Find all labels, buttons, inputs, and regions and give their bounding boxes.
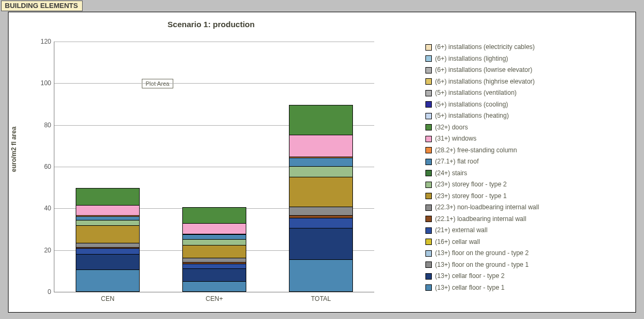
x-category-label: CEN bbox=[101, 295, 114, 302]
y-tick-label: 100 bbox=[41, 79, 51, 87]
legend-item[interactable]: (6+) installations (lowrise elevator) bbox=[425, 64, 628, 76]
bar-segment[interactable] bbox=[183, 268, 246, 281]
bar-segment[interactable] bbox=[183, 258, 246, 262]
bar-segment[interactable] bbox=[289, 166, 352, 176]
legend-swatch bbox=[425, 193, 432, 199]
legend-item[interactable]: (6+) installations (lighting) bbox=[425, 53, 628, 65]
legend-swatch bbox=[425, 124, 432, 130]
legend-item[interactable]: (5+) installations (cooling) bbox=[425, 99, 628, 111]
bar-segment[interactable] bbox=[289, 177, 352, 207]
bar-segment[interactable] bbox=[289, 105, 352, 135]
legend-item[interactable]: (13+) cellar floor - type 2 bbox=[425, 271, 628, 282]
bar-segment[interactable] bbox=[76, 216, 139, 220]
legend-item[interactable]: (23+) storey floor - type 1 bbox=[425, 191, 628, 202]
legend-label: (24+) stairs bbox=[435, 168, 467, 179]
legend-label: (23+) storey floor - type 2 bbox=[435, 179, 506, 191]
bar-segment[interactable] bbox=[76, 189, 139, 205]
bar-segment[interactable] bbox=[183, 264, 246, 269]
bar-segment[interactable] bbox=[76, 225, 139, 243]
legend-item[interactable]: (28.2+) free-standing column bbox=[425, 145, 628, 157]
legend-swatch bbox=[425, 101, 432, 108]
legend-swatch bbox=[425, 113, 432, 119]
legend-swatch bbox=[425, 250, 432, 257]
legend-swatch bbox=[425, 78, 432, 85]
legend-label: (22.1+) loadbearing internal wall bbox=[435, 214, 526, 225]
gridline bbox=[54, 83, 374, 84]
y-tick-label: 40 bbox=[44, 205, 51, 212]
chart-title: Scenario 1: production bbox=[9, 20, 414, 29]
legend-item[interactable]: (21+) external wall bbox=[425, 225, 628, 236]
legend-label: (22.3+) non-loadbearing internal wall bbox=[435, 202, 539, 214]
legend-label: (16+) cellar wall bbox=[435, 236, 480, 248]
legend-item[interactable]: (24+) stairs bbox=[425, 168, 628, 179]
chart-container: Scenario 1: production euro/m2 fl area P… bbox=[8, 12, 636, 313]
legend-label: (6+) installations (electricity cables) bbox=[435, 42, 535, 53]
legend-item[interactable]: (13+) cellar floor - type 1 bbox=[425, 282, 628, 294]
legend-item[interactable]: (5+) installations (ventilation) bbox=[425, 87, 628, 99]
legend-item[interactable]: (23+) storey floor - type 2 bbox=[425, 179, 628, 191]
legend-label: (5+) installations (heating) bbox=[435, 110, 509, 122]
legend-swatch bbox=[425, 273, 432, 280]
legend-label: (13+) cellar floor - type 1 bbox=[435, 282, 504, 294]
bar-segment[interactable] bbox=[183, 239, 246, 245]
legend-item[interactable]: (22.3+) non-loadbearing internal wall bbox=[425, 202, 628, 214]
legend-swatch bbox=[425, 170, 432, 176]
legend-item[interactable]: (13+) floor on the ground - type 1 bbox=[425, 259, 628, 271]
legend-swatch bbox=[425, 205, 432, 211]
legend-item[interactable]: (31+) windows bbox=[425, 133, 628, 145]
bar-segment[interactable] bbox=[76, 220, 139, 225]
bar-segment[interactable] bbox=[183, 281, 246, 291]
legend-swatch bbox=[425, 216, 432, 222]
x-category-label: TOTAL bbox=[311, 295, 331, 302]
bar-segment[interactable] bbox=[289, 228, 352, 259]
tab-label: BUILDING ELEMENTS bbox=[5, 2, 78, 10]
legend-item[interactable]: (13+) floor on the ground - type 2 bbox=[425, 248, 628, 259]
bar-segment[interactable] bbox=[183, 223, 246, 233]
legend-swatch bbox=[425, 55, 432, 62]
legend-swatch bbox=[425, 136, 432, 142]
bar-segment[interactable] bbox=[76, 243, 139, 247]
legend-item[interactable]: (16+) cellar wall bbox=[425, 236, 628, 248]
legend-label: (21+) external wall bbox=[435, 225, 487, 236]
legend-swatch bbox=[425, 182, 432, 188]
legend-label: (13+) cellar floor - type 2 bbox=[435, 271, 504, 282]
legend-swatch bbox=[425, 261, 432, 268]
legend-item[interactable]: (6+) installations (electricity cables) bbox=[425, 42, 628, 53]
bar-segment[interactable] bbox=[183, 234, 246, 239]
legend-swatch bbox=[425, 284, 432, 291]
stacked-bar[interactable] bbox=[289, 105, 353, 292]
bar-segment[interactable] bbox=[76, 248, 139, 255]
legend-item[interactable]: (32+) doors bbox=[425, 122, 628, 134]
legend-label: (23+) storey floor - type 1 bbox=[435, 191, 506, 202]
bar-segment[interactable] bbox=[76, 269, 139, 291]
bar-segment[interactable] bbox=[76, 254, 139, 269]
legend-swatch bbox=[425, 147, 432, 153]
stacked-bar[interactable] bbox=[76, 188, 140, 292]
legend-swatch bbox=[425, 67, 432, 73]
legend-item[interactable]: (5+) installations (heating) bbox=[425, 110, 628, 122]
stacked-bar[interactable] bbox=[182, 207, 246, 292]
y-axis-label: euro/m2 fl area bbox=[10, 127, 18, 172]
gridline bbox=[54, 42, 374, 42]
plot-area[interactable]: 020406080100120CENCEN+TOTAL bbox=[54, 42, 374, 292]
bar-segment[interactable] bbox=[289, 135, 352, 157]
bar-segment[interactable] bbox=[289, 259, 352, 291]
y-tick-label: 120 bbox=[41, 38, 51, 45]
legend-label: (6+) installations (lowrise elevator) bbox=[435, 64, 532, 76]
y-tick-label: 60 bbox=[44, 163, 51, 170]
bar-segment[interactable] bbox=[289, 218, 352, 228]
legend-label: (13+) floor on the ground - type 1 bbox=[435, 259, 529, 271]
tab-building-elements[interactable]: BUILDING ELEMENTS bbox=[1, 1, 83, 11]
bar-segment[interactable] bbox=[76, 205, 139, 215]
bar-segment[interactable] bbox=[289, 158, 352, 166]
legend-item[interactable]: (22.1+) loadbearing internal wall bbox=[425, 214, 628, 225]
legend-item[interactable]: (6+) installations (highrise elevator) bbox=[425, 76, 628, 88]
y-tick-label: 80 bbox=[44, 121, 51, 129]
legend-label: (28.2+) free-standing column bbox=[435, 145, 517, 157]
bar-segment[interactable] bbox=[289, 207, 352, 215]
legend-swatch bbox=[425, 239, 432, 245]
legend-label: (6+) installations (lighting) bbox=[435, 53, 508, 65]
bar-segment[interactable] bbox=[183, 208, 246, 223]
legend-item[interactable]: (27.1+) flat roof bbox=[425, 156, 628, 168]
bar-segment[interactable] bbox=[183, 245, 246, 258]
